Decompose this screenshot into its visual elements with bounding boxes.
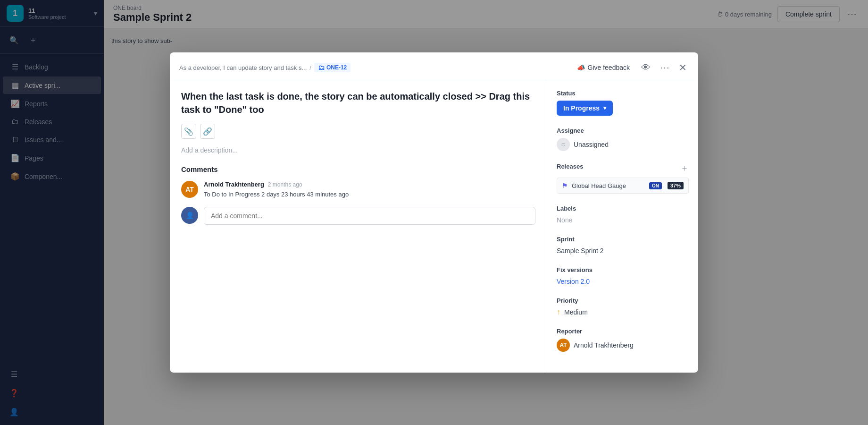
issue-title: When the last task is done, the story ca… xyxy=(181,90,535,116)
labels-label: Labels xyxy=(557,205,689,212)
attach-button[interactable]: 📎 xyxy=(181,124,196,139)
modal-header-actions: 📣 Give feedback 👁 ⋯ ✕ xyxy=(573,60,689,75)
comment-avatar: AT xyxy=(181,181,198,198)
status-button[interactable]: In Progress ▾ xyxy=(557,101,613,116)
status-label: Status xyxy=(557,90,689,97)
current-user-avatar: 👤 xyxy=(181,207,198,224)
add-comment-input[interactable] xyxy=(204,207,535,225)
releases-label: Releases xyxy=(557,163,583,170)
release-status-badge: ON xyxy=(649,182,662,189)
fix-versions-label: Fix versions xyxy=(557,266,689,273)
ticket-id: ONE-12 xyxy=(326,64,347,71)
close-icon[interactable]: ✕ xyxy=(677,60,689,75)
releases-section: Releases ＋ ⚑ Global Head Gauge ON 37% xyxy=(557,162,689,194)
comments-heading: Comments xyxy=(181,165,535,173)
watch-icon[interactable]: 👁 xyxy=(639,60,652,75)
releases-header: Releases ＋ xyxy=(557,162,689,174)
modal-right-panel: Status In Progress ▾ Assignee ○ Unassign… xyxy=(547,80,698,373)
modal-body: When the last task is done, the story ca… xyxy=(170,80,698,373)
link-button[interactable]: 🔗 xyxy=(200,124,215,139)
assignee-name: Unassigned xyxy=(574,141,609,148)
reporter-section: Reporter AT Arnold Trakhtenberg xyxy=(557,328,689,352)
ticket-icon: 🗂 xyxy=(318,64,325,71)
reporter-name: Arnold Trakhtenberg xyxy=(574,341,634,349)
modal-left-panel: When the last task is done, the story ca… xyxy=(170,80,547,373)
assignee-label: Assignee xyxy=(557,127,689,134)
ellipsis-icon[interactable]: ⋯ xyxy=(658,60,671,75)
modal-header: As a developer, I can update story and t… xyxy=(170,52,698,80)
status-section: Status In Progress ▾ xyxy=(557,90,689,116)
priority-icon: ↑ xyxy=(557,308,560,316)
reporter-avatar: AT xyxy=(557,339,570,352)
give-feedback-button[interactable]: 📣 Give feedback xyxy=(573,62,634,73)
comment-meta: Arnold Trakhtenberg 2 months ago xyxy=(204,181,535,188)
sprint-value: Sample Sprint 2 xyxy=(557,247,604,255)
modal-breadcrumb: As a developer, I can update story and t… xyxy=(179,63,351,72)
sprint-section: Sprint Sample Sprint 2 xyxy=(557,236,689,255)
assignee-row[interactable]: ○ Unassigned xyxy=(557,138,689,151)
comment-time: 2 months ago xyxy=(268,181,302,188)
description-field[interactable]: Add a description... xyxy=(181,146,535,154)
current-user-icon: 👤 xyxy=(186,212,194,219)
comment-content: Arnold Trakhtenberg 2 months ago To Do t… xyxy=(204,181,535,199)
modal-dialog: As a developer, I can update story and t… xyxy=(170,52,698,373)
priority-section: Priority ↑ Medium xyxy=(557,297,689,316)
sprint-label: Sprint xyxy=(557,236,689,243)
add-comment-row: 👤 xyxy=(181,207,535,225)
modal-overlay[interactable]: As a developer, I can update story and t… xyxy=(0,0,868,425)
reporter-row: AT Arnold Trakhtenberg xyxy=(557,339,689,352)
comment-author: Arnold Trakhtenberg xyxy=(204,181,264,188)
link-icon: 🔗 xyxy=(203,127,212,136)
fix-version-link[interactable]: Version 2.0 xyxy=(557,278,590,285)
feedback-icon: 📣 xyxy=(577,64,585,71)
status-value: In Progress xyxy=(563,104,600,112)
ticket-badge: 🗂 ONE-12 xyxy=(314,63,351,72)
comment-item: AT Arnold Trakhtenberg 2 months ago To D… xyxy=(181,181,535,199)
comment-text: To Do to In Progress 2 days 23 hours 43 … xyxy=(204,190,535,199)
reporter-label: Reporter xyxy=(557,328,689,335)
release-progress-badge: 37% xyxy=(668,182,684,189)
status-chevron-icon: ▾ xyxy=(603,105,606,111)
fix-versions-section: Fix versions Version 2.0 xyxy=(557,266,689,286)
assignee-avatar: ○ xyxy=(557,138,570,151)
releases-add-button[interactable]: ＋ xyxy=(680,162,689,174)
breadcrumb-link[interactable]: As a developer, I can update story and t… xyxy=(179,64,307,71)
assignee-section: Assignee ○ Unassigned xyxy=(557,127,689,151)
commenter-avatar-img: AT xyxy=(181,181,198,198)
release-name: Global Head Gauge xyxy=(572,182,645,189)
attach-icon: 📎 xyxy=(184,127,193,136)
release-item[interactable]: ⚑ Global Head Gauge ON 37% xyxy=(557,178,689,194)
priority-value: Medium xyxy=(564,308,588,316)
labels-section: Labels None xyxy=(557,205,689,224)
release-flag-icon: ⚑ xyxy=(562,182,568,189)
priority-label: Priority xyxy=(557,297,689,304)
unassigned-icon: ○ xyxy=(561,140,566,149)
modal-toolbar: 📎 🔗 xyxy=(181,124,535,139)
comments-section: Comments AT Arnold Trakhtenberg 2 months… xyxy=(181,165,535,225)
labels-value: None xyxy=(557,216,572,224)
breadcrumb-separator: / xyxy=(309,64,311,71)
priority-row[interactable]: ↑ Medium xyxy=(557,308,689,316)
